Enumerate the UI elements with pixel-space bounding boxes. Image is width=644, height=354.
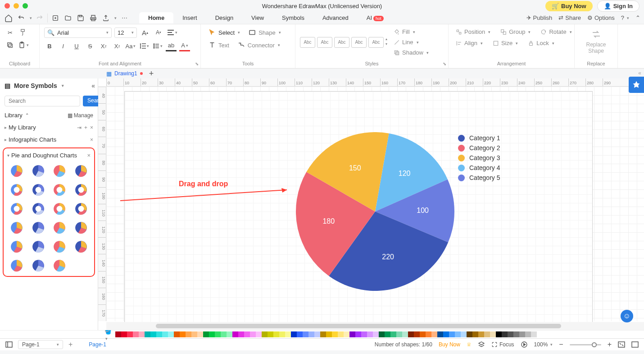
strikethrough-button[interactable]: S <box>85 41 95 51</box>
font-size-dropdown[interactable]: 12 ▾ <box>114 28 137 38</box>
export-dropdown[interactable]: ▾ <box>114 16 117 20</box>
chart-thumbnail[interactable] <box>73 164 90 178</box>
tab-view[interactable]: View <box>242 12 273 23</box>
color-swatch[interactable] <box>537 331 543 337</box>
color-swatch[interactable] <box>250 331 256 337</box>
color-swatch[interactable] <box>496 331 502 337</box>
page-layout-button[interactable] <box>5 341 13 348</box>
color-swatch[interactable] <box>285 331 291 337</box>
bullet-list-button[interactable]: ▾ <box>152 41 163 51</box>
expand-right-panel-button[interactable]: « <box>638 70 641 76</box>
decrease-font-button[interactable]: A▾ <box>153 27 164 38</box>
subscript-button[interactable]: X2 <box>112 41 122 51</box>
color-swatch[interactable] <box>478 331 484 337</box>
tab-insert[interactable]: Insert <box>173 12 206 23</box>
style-swatch-4[interactable]: Abc <box>351 37 367 48</box>
align-button[interactable]: ▾ <box>167 27 177 38</box>
paste-button[interactable]: ▾ <box>18 40 29 51</box>
color-swatch[interactable] <box>215 331 221 337</box>
color-swatch[interactable] <box>168 331 174 337</box>
zoom-slider-handle[interactable] <box>592 342 597 347</box>
save-button[interactable] <box>76 13 86 23</box>
color-swatch[interactable] <box>244 331 250 337</box>
zoom-slider[interactable] <box>570 344 601 345</box>
chart-thumbnail[interactable] <box>8 202 25 216</box>
color-swatch[interactable] <box>115 331 121 337</box>
color-swatch[interactable] <box>461 331 467 337</box>
color-swatch[interactable] <box>385 331 390 337</box>
color-swatch[interactable] <box>273 331 279 337</box>
chart-thumbnail[interactable] <box>51 259 68 272</box>
color-swatch[interactable] <box>508 331 513 337</box>
zoom-out-button[interactable]: − <box>559 340 563 349</box>
size-button[interactable]: Size▾ <box>490 38 521 48</box>
highlight-button[interactable]: ab <box>166 41 177 51</box>
format-painter-button[interactable] <box>18 27 29 38</box>
close-icon[interactable]: × <box>90 137 93 143</box>
new-file-button[interactable] <box>50 13 60 23</box>
window-close-button[interactable] <box>5 3 10 9</box>
color-swatch[interactable] <box>268 331 273 337</box>
more-button[interactable]: ⋯ <box>119 13 129 23</box>
canvas[interactable]: Drag and drop 120100220180150 Category 1… <box>106 87 644 321</box>
tab-advanced[interactable]: Advanced <box>313 12 358 23</box>
chart-thumbnail[interactable] <box>8 259 25 272</box>
fill-button[interactable]: Fill▾ <box>391 27 431 37</box>
cut-button[interactable]: ✂ <box>5 27 15 38</box>
undo-button[interactable] <box>16 13 26 23</box>
color-swatch[interactable] <box>408 331 414 337</box>
help-bubble-button[interactable]: ☺ <box>621 310 633 322</box>
chart-thumbnail[interactable] <box>30 221 47 234</box>
layers-button[interactable] <box>478 341 485 348</box>
color-swatch[interactable] <box>531 331 537 337</box>
right-panel-toggle-button[interactable] <box>629 77 644 93</box>
tab-home[interactable]: Home <box>139 12 173 23</box>
style-swatch-3[interactable]: Abc <box>334 37 349 48</box>
presentation-button[interactable] <box>521 341 528 348</box>
color-swatch[interactable] <box>238 331 244 337</box>
pie-chart[interactable]: 120100220180150 <box>296 132 454 291</box>
style-swatch-5[interactable]: Abc <box>368 37 384 48</box>
buy-now-button[interactable]: 🛒 Buy Now <box>545 1 593 11</box>
color-swatch[interactable] <box>186 331 191 337</box>
chart-thumbnail[interactable] <box>30 164 47 178</box>
style-swatch-1[interactable]: Abc <box>300 37 315 48</box>
manage-link[interactable]: ▦Manage <box>68 112 93 119</box>
align-shape-button[interactable]: Align▾ <box>453 38 485 48</box>
color-swatch[interactable] <box>221 331 227 337</box>
chart-thumbnail[interactable] <box>30 183 47 197</box>
chart-thumbnail[interactable] <box>8 164 25 178</box>
window-minimize-button[interactable] <box>14 3 19 9</box>
color-swatch[interactable] <box>326 331 332 337</box>
color-swatch[interactable] <box>332 331 338 337</box>
my-library-section[interactable]: ▸ My Library ⇥+× <box>0 121 98 133</box>
chart-thumbnail[interactable] <box>51 240 68 253</box>
color-swatch[interactable] <box>420 331 426 337</box>
style-swatch-2[interactable]: Abc <box>317 37 332 48</box>
replace-shape-button[interactable]: Replace Shape <box>579 27 613 55</box>
color-swatch[interactable] <box>133 331 139 337</box>
color-swatch[interactable] <box>431 331 437 337</box>
add-icon[interactable]: + <box>84 124 87 131</box>
color-swatch[interactable] <box>349 331 355 337</box>
chart-thumbnail[interactable] <box>8 240 25 253</box>
add-tab-button[interactable]: + <box>149 69 154 78</box>
doc-tab-drawing1[interactable]: ▦ Drawing1 <box>104 70 145 78</box>
color-swatch[interactable] <box>320 331 326 337</box>
rotate-button[interactable]: Rotate▾ <box>538 27 574 37</box>
color-swatch[interactable] <box>437 331 443 337</box>
chart-thumbnail[interactable] <box>8 183 25 197</box>
superscript-button[interactable]: X2 <box>98 41 109 51</box>
shape-tool-button[interactable]: Shape▾ <box>245 27 284 38</box>
add-page-button[interactable]: + <box>68 340 73 349</box>
lock-button[interactable]: Lock▾ <box>525 38 557 48</box>
horizontal-scrollbar[interactable] <box>106 322 644 330</box>
import-icon[interactable]: ⇥ <box>77 124 82 131</box>
publish-button[interactable]: ✈Publish <box>526 14 553 21</box>
color-swatch[interactable] <box>484 331 490 337</box>
chart-thumbnail[interactable] <box>30 259 47 272</box>
color-swatch[interactable] <box>379 331 385 337</box>
buy-now-status-link[interactable]: Buy Now <box>439 341 460 348</box>
close-icon[interactable]: × <box>87 152 91 159</box>
line-button[interactable]: Line▾ <box>391 37 431 47</box>
